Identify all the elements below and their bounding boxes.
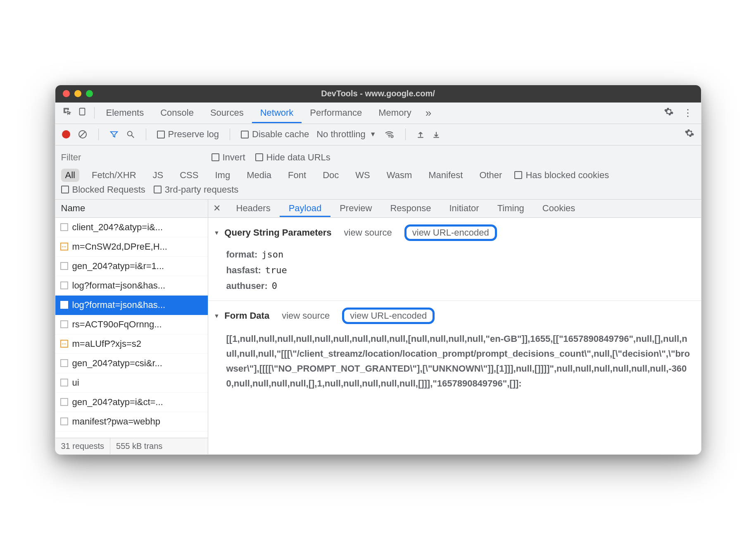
filter-chip-img[interactable]: Img	[211, 169, 234, 182]
svg-point-5	[388, 136, 390, 138]
view-source-link[interactable]: view source	[282, 310, 330, 321]
request-row[interactable]: log?format=json&has...	[55, 296, 208, 315]
close-window-button[interactable]	[63, 90, 70, 97]
view-source-link[interactable]: view source	[344, 227, 392, 238]
svg-line-4	[131, 136, 134, 138]
request-label: ui	[72, 377, 79, 388]
request-row[interactable]: log?format=json&has...	[55, 276, 208, 296]
svg-line-2	[80, 132, 85, 137]
request-row[interactable]: gen_204?atyp=csi&r...	[55, 354, 208, 373]
record-button[interactable]	[62, 130, 70, 138]
status-transfer: 555 kB trans	[110, 438, 168, 454]
inspect-icon[interactable]	[63, 107, 72, 119]
request-label: client_204?&atyp=i&...	[72, 222, 163, 233]
detail-tab-initiator[interactable]: Initiator	[440, 200, 488, 217]
view-url-encoded-link[interactable]: view URL-encoded	[404, 224, 497, 241]
checkbox-icon	[61, 186, 69, 193]
preserve-log-checkbox[interactable]: Preserve log	[157, 129, 219, 140]
detail-tabs: ✕ HeadersPayloadPreviewResponseInitiator…	[208, 200, 701, 218]
query-string-header: ▼ Query String Parameters view source vi…	[208, 223, 701, 245]
filter-icon[interactable]	[109, 130, 119, 139]
filter-chip-wasm[interactable]: Wasm	[383, 169, 416, 182]
main-tab-sources[interactable]: Sources	[202, 103, 252, 123]
content-area: Name client_204?&atyp=i&...⋯m=CnSW2d,DPr…	[55, 200, 701, 454]
request-row[interactable]: ⋯m=CnSW2d,DPreE,H...	[55, 237, 208, 257]
import-har-icon[interactable]	[416, 130, 425, 138]
blocked-requests-checkbox[interactable]: Blocked Requests	[61, 184, 145, 195]
filter-chip-js[interactable]: JS	[149, 169, 168, 182]
request-row[interactable]: gen_204?atyp=i&r=1...	[55, 257, 208, 276]
divider	[405, 129, 406, 140]
minimize-window-button[interactable]	[74, 90, 81, 97]
request-row[interactable]: client_204?&atyp=i&...	[55, 218, 208, 237]
request-row[interactable]: manifest?pwa=webhp	[55, 412, 208, 432]
more-tabs-button[interactable]: »	[420, 107, 437, 119]
third-party-checkbox[interactable]: 3rd-party requests	[154, 184, 239, 195]
request-label: log?format=json&has...	[72, 280, 166, 291]
network-conditions-icon[interactable]	[384, 129, 395, 139]
filter-chip-css[interactable]: CSS	[176, 169, 202, 182]
main-tab-performance[interactable]: Performance	[302, 103, 370, 123]
hide-data-urls-checkbox[interactable]: Hide data URLs	[255, 152, 330, 163]
disclosure-triangle-icon[interactable]: ▼	[214, 229, 220, 236]
has-blocked-cookies-label: Has blocked cookies	[525, 170, 609, 181]
disable-cache-checkbox[interactable]: Disable cache	[241, 129, 309, 140]
search-icon[interactable]	[126, 130, 135, 139]
main-tab-console[interactable]: Console	[152, 103, 202, 123]
filter-chip-media[interactable]: Media	[242, 169, 276, 182]
filter-chip-manifest[interactable]: Manifest	[424, 169, 467, 182]
detail-tab-timing[interactable]: Timing	[488, 200, 533, 217]
device-toggle-icon[interactable]	[78, 107, 87, 119]
main-tab-elements[interactable]: Elements	[98, 103, 152, 123]
filter-chip-doc[interactable]: Doc	[319, 169, 343, 182]
query-string-section: ▼ Query String Parameters view source vi…	[208, 218, 701, 301]
script-icon: ⋯	[60, 243, 68, 250]
request-row[interactable]: gen_204?atyp=i&ct=...	[55, 393, 208, 412]
filter-chip-fetch-xhr[interactable]: Fetch/XHR	[88, 169, 140, 182]
request-label: m=CnSW2d,DPreE,H...	[72, 241, 167, 252]
request-row[interactable]: rs=ACT90oFqOrnng...	[55, 315, 208, 334]
filter-chip-all[interactable]: All	[61, 169, 79, 182]
filter-chip-other[interactable]: Other	[475, 169, 506, 182]
throttling-select[interactable]: No throttling ▼	[316, 129, 376, 140]
network-settings-gear-icon[interactable]	[685, 128, 694, 141]
query-param-row: hasfast:true	[226, 262, 701, 278]
name-column-header[interactable]: Name	[55, 200, 208, 218]
settings-gear-icon[interactable]	[664, 107, 674, 119]
filter-chip-ws[interactable]: WS	[351, 169, 374, 182]
query-param-row: format:json	[226, 247, 701, 262]
maximize-window-button[interactable]	[86, 90, 93, 97]
request-details-panel: ✕ HeadersPayloadPreviewResponseInitiator…	[208, 200, 701, 454]
checkbox-icon	[241, 131, 249, 138]
checkbox-icon	[212, 153, 219, 161]
has-blocked-cookies-checkbox[interactable]: Has blocked cookies	[514, 170, 609, 181]
detail-tab-payload[interactable]: Payload	[280, 200, 331, 217]
export-har-icon[interactable]	[432, 130, 440, 138]
query-string-title: Query String Parameters	[224, 227, 331, 238]
clear-icon[interactable]	[78, 129, 88, 139]
document-icon	[60, 320, 68, 328]
throttling-value: No throttling	[316, 129, 366, 140]
detail-tab-response[interactable]: Response	[381, 200, 440, 217]
resource-type-chips: AllFetch/XHRJSCSSImgMediaFontDocWSWasmMa…	[61, 169, 695, 182]
detail-tab-headers[interactable]: Headers	[227, 200, 280, 217]
traffic-lights	[55, 90, 93, 97]
disclosure-triangle-icon[interactable]: ▼	[214, 312, 220, 319]
filter-input[interactable]	[61, 150, 202, 165]
window-title: DevTools - www.google.com/	[55, 89, 701, 98]
request-row[interactable]: ui	[55, 373, 208, 393]
main-tab-network[interactable]: Network	[252, 103, 302, 123]
request-label: manifest?pwa=webhp	[72, 416, 160, 427]
main-tab-memory[interactable]: Memory	[370, 103, 419, 123]
detail-tab-preview[interactable]: Preview	[330, 200, 381, 217]
tab-left-icons	[59, 107, 91, 119]
view-url-encoded-link[interactable]: view URL-encoded	[342, 308, 435, 324]
invert-checkbox[interactable]: Invert	[212, 152, 245, 163]
request-label: gen_204?atyp=i&ct=...	[72, 397, 163, 408]
divider	[146, 129, 146, 140]
filter-chip-font[interactable]: Font	[284, 169, 310, 182]
request-row[interactable]: ⋯m=aLUfP?xjs=s2	[55, 334, 208, 354]
detail-tab-cookies[interactable]: Cookies	[533, 200, 584, 217]
kebab-menu-icon[interactable]: ⋮	[683, 107, 693, 119]
close-details-icon[interactable]: ✕	[208, 203, 227, 214]
